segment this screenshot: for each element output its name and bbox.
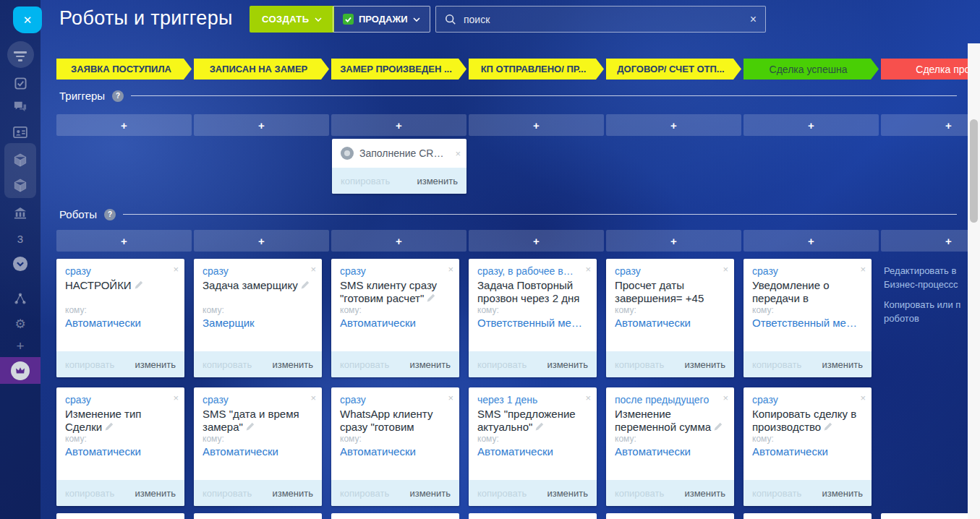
search-clear-icon[interactable]: ×: [750, 13, 757, 26]
cube-icon[interactable]: [0, 179, 41, 192]
edit-link[interactable]: изменить: [547, 359, 588, 370]
copy-link[interactable]: копировать: [752, 359, 801, 370]
pipeline-stage[interactable]: ЗАПИСАН НА ЗАМЕР: [194, 59, 329, 80]
add-button[interactable]: +: [194, 114, 329, 136]
robot-card[interactable]: сразу × Изменение тип Сделки кому: Автом…: [56, 387, 184, 506]
robot-card[interactable]: сразу, в рабочее вре… × Задача Повторный…: [469, 259, 597, 377]
help-icon[interactable]: ?: [104, 209, 116, 220]
robot-recipient-link[interactable]: Автоматически: [340, 445, 453, 458]
close-icon[interactable]: ×: [860, 393, 866, 403]
robot-when-link[interactable]: сразу: [340, 394, 440, 406]
robot-recipient-link[interactable]: Автоматически: [477, 445, 591, 458]
add-button[interactable]: +: [194, 230, 329, 252]
copy-link[interactable]: копировать: [203, 488, 252, 499]
robot-recipient-link[interactable]: Автоматически: [615, 445, 728, 458]
close-icon[interactable]: ×: [455, 149, 461, 158]
edit-link[interactable]: изменить: [409, 359, 451, 370]
edit-pencil-icon[interactable]: [823, 422, 832, 432]
funnel-selector[interactable]: ПРОДАЖИ: [333, 6, 430, 33]
pipeline-stage[interactable]: ДОГОВОР/ СЧЕТ ОТП...: [606, 59, 741, 80]
copy-link[interactable]: копировать: [65, 488, 114, 499]
copy-link[interactable]: копировать: [65, 359, 114, 370]
robot-when-link[interactable]: сразу: [203, 394, 303, 406]
edit-link[interactable]: изменить: [684, 359, 725, 370]
gear-icon[interactable]: ⚙: [0, 317, 41, 332]
robot-recipient-link[interactable]: Автоматически: [65, 445, 179, 458]
pipeline-stage[interactable]: ЗАМЕР ПРОИЗВЕДЕН ...: [331, 59, 466, 80]
edit-pencil-icon[interactable]: [245, 422, 255, 432]
robot-recipient-link[interactable]: Автоматически: [752, 445, 866, 458]
robot-card[interactable]: сразу × Копировать сделку в производство…: [743, 387, 872, 506]
edit-link[interactable]: изменить: [822, 488, 863, 499]
robot-when-link[interactable]: сразу, в рабочее вре…: [477, 265, 578, 277]
robot-when-link[interactable]: сразу: [615, 265, 715, 277]
robot-when-link[interactable]: сразу: [65, 394, 166, 406]
robot-when-link[interactable]: сразу: [340, 265, 440, 277]
edit-link[interactable]: изменить: [547, 488, 588, 499]
robot-card[interactable]: сразу × SMS клиенту сразу "готовим расче…: [331, 259, 459, 377]
automation-network-icon[interactable]: [0, 292, 41, 305]
close-icon[interactable]: ×: [585, 393, 591, 403]
edit-in-bp-link[interactable]: Редактировать в Бизнес-процессс: [884, 264, 965, 291]
pipeline-stage[interactable]: ЗАЯВКА ПОСТУПИЛА: [56, 59, 192, 80]
robot-recipient-link[interactable]: Автоматически: [340, 317, 453, 329]
robot-card[interactable]: после предыдущего × Изменение переменной…: [606, 387, 734, 506]
pipeline-stage[interactable]: КП ОТПРАВЛЕНО/ ПР...: [469, 59, 604, 80]
add-button[interactable]: +: [881, 230, 980, 252]
cube-icon[interactable]: [0, 153, 41, 167]
close-icon[interactable]: ×: [310, 393, 316, 403]
copy-link[interactable]: копировать: [615, 488, 664, 499]
edit-pencil-icon[interactable]: [134, 280, 143, 290]
add-button[interactable]: +: [469, 230, 604, 252]
crm-contact-icon[interactable]: [0, 126, 41, 138]
add-button[interactable]: +: [606, 230, 741, 252]
copy-link[interactable]: копировать: [615, 359, 664, 370]
trigger-card[interactable]: Заполнение CRM… × копировать изменить: [332, 139, 466, 194]
robot-recipient-link[interactable]: Ответственный ме…: [752, 317, 866, 329]
add-menu-item-icon[interactable]: +: [0, 338, 41, 354]
edit-link[interactable]: изменить: [409, 488, 451, 499]
robot-card[interactable]: сразу × НАСТРОЙКИ кому: Автоматически ко…: [56, 259, 184, 377]
robot-when-link[interactable]: сразу: [203, 265, 303, 277]
pipeline-stage[interactable]: Сделка успешна: [743, 59, 879, 80]
robot-recipient-link[interactable]: Замерщик: [203, 317, 316, 329]
copy-link[interactable]: копировать: [752, 488, 801, 499]
robot-when-link[interactable]: после предыдущего: [615, 394, 715, 406]
robot-card[interactable]: сразу × Уведомление о передачи в кому: О…: [743, 259, 872, 377]
close-icon[interactable]: ×: [448, 393, 453, 403]
pipeline-stage[interactable]: Сделка пров: [881, 59, 980, 80]
close-icon[interactable]: ×: [448, 265, 453, 274]
robot-when-link[interactable]: сразу: [752, 394, 853, 406]
robot-when-link[interactable]: через 1 день: [477, 394, 578, 406]
edit-link[interactable]: изменить: [272, 359, 313, 370]
robot-recipient-link[interactable]: Автоматически: [615, 317, 728, 329]
robot-card[interactable]: сразу × Просчет даты завершения= +45 дне…: [606, 259, 734, 377]
copy-link[interactable]: копировать: [341, 176, 390, 186]
add-button[interactable]: +: [331, 114, 466, 136]
close-panel-button[interactable]: ✕: [13, 7, 42, 33]
add-button[interactable]: +: [743, 114, 879, 136]
edit-pencil-icon[interactable]: [713, 422, 723, 432]
robot-card[interactable]: через 1 день × SMS "предложение актуальн…: [469, 387, 597, 506]
add-button[interactable]: +: [743, 230, 879, 252]
add-button[interactable]: +: [56, 230, 192, 252]
close-icon[interactable]: ×: [723, 265, 728, 274]
robot-recipient-link[interactable]: Ответственный ме…: [477, 317, 591, 329]
tasks-icon[interactable]: [0, 77, 41, 90]
robot-card[interactable]: сразу × Задача замерщику кому: Замерщик …: [194, 259, 322, 377]
robot-when-link[interactable]: сразу: [752, 265, 853, 277]
scrollbar-thumb[interactable]: [970, 119, 978, 223]
close-icon[interactable]: ×: [585, 265, 591, 274]
edit-pencil-icon[interactable]: [426, 293, 435, 303]
chat-icon[interactable]: [0, 100, 41, 113]
edit-link[interactable]: изменить: [272, 488, 313, 499]
edit-link[interactable]: изменить: [135, 359, 176, 370]
add-button[interactable]: +: [56, 114, 192, 136]
robot-recipient-link[interactable]: Автоматически: [65, 317, 179, 329]
copy-link[interactable]: копировать: [203, 359, 252, 370]
edit-link[interactable]: изменить: [684, 488, 725, 499]
add-button[interactable]: +: [331, 230, 466, 252]
add-button[interactable]: +: [606, 114, 741, 136]
edit-link[interactable]: изменить: [135, 488, 176, 499]
robot-card[interactable]: сразу × WhatsApp клиенту сразу "готовим …: [331, 387, 459, 506]
